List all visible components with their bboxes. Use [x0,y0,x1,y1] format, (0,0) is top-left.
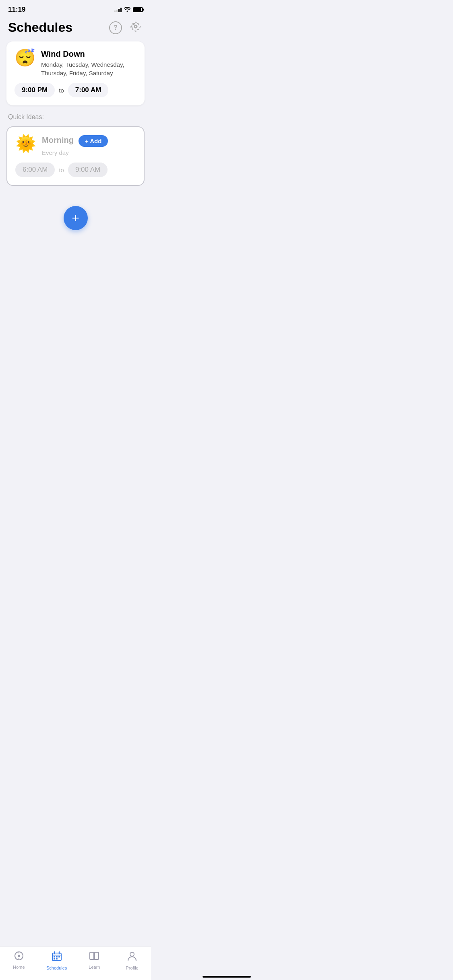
quick-ideas-label: Quick Ideas: [6,113,145,126]
morning-times: 6:00 AM to 9:00 AM [15,163,136,177]
morning-emoji: 🌞 [15,135,36,152]
morning-to-time: 9:00 AM [68,163,108,177]
morning-title-row: Morning + Add [42,135,136,147]
wind-down-to-time: 7:00 AM [68,83,109,97]
status-time: 11:19 [8,6,25,14]
card-info: Wind Down Monday, Tuesday, Wednesday, Th… [41,49,137,77]
morning-card-info: Morning + Add Every day [42,135,136,157]
wind-down-times: 9:00 PM to 7:00 AM [14,83,137,97]
wind-down-title: Wind Down [41,49,137,59]
morning-idea-card: 🌞 Morning + Add Every day 6:00 AM to 9:0… [6,126,145,186]
status-bar: 11:19 [0,0,151,16]
wind-down-to-label: to [59,87,64,94]
wifi-icon [124,7,130,13]
main-content: 😴 Wind Down Monday, Tuesday, Wednesday, … [0,41,151,278]
wind-down-emoji: 😴 [14,49,35,66]
fab-container: + [6,194,145,238]
morning-card-top: 🌞 Morning + Add Every day [15,135,136,157]
settings-button[interactable] [128,21,143,35]
help-button[interactable]: ? [108,21,123,35]
morning-to-label: to [59,167,64,173]
morning-title: Morning [42,136,74,145]
page-header: Schedules ? [0,16,151,41]
wind-down-days: Monday, Tuesday, Wednesday, Thursday, Fr… [41,60,137,77]
add-schedule-button[interactable]: + [64,206,88,230]
wind-down-from-time: 9:00 PM [14,83,55,97]
status-icons [114,7,143,13]
wind-down-card[interactable]: 😴 Wind Down Monday, Tuesday, Wednesday, … [6,41,145,105]
help-icon: ? [109,21,122,34]
header-actions: ? [108,21,143,35]
page-title: Schedules [8,20,72,35]
gear-icon [130,21,141,34]
card-top: 😴 Wind Down Monday, Tuesday, Wednesday, … [14,49,137,77]
morning-add-button[interactable]: + Add [79,135,108,147]
signal-icon [114,7,122,12]
morning-from-time: 6:00 AM [15,163,55,177]
morning-days: Every day [42,148,136,157]
battery-icon [133,7,143,12]
